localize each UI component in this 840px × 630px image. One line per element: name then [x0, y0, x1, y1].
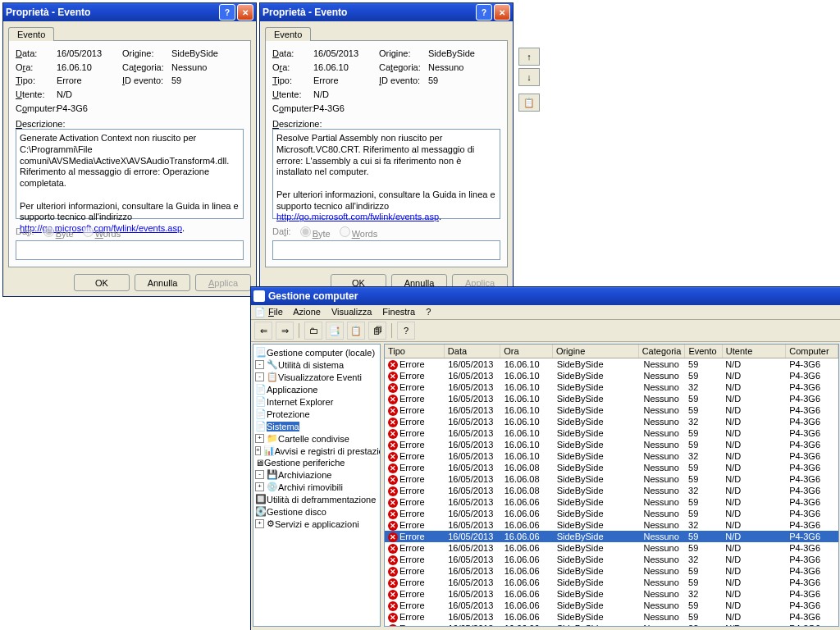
copy-button[interactable]: 📋 — [518, 94, 540, 112]
table-row[interactable]: ✕Errore16/05/201316.06.06SideBySideNessu… — [385, 496, 838, 508]
table-row[interactable]: ✕Errore16/05/201316.06.10SideBySideNessu… — [385, 358, 838, 370]
table-row[interactable]: ✕Errore16/05/201316.06.06SideBySideNessu… — [385, 542, 838, 554]
titlebar[interactable]: Proprietà - Evento ? ✕ — [3, 3, 256, 21]
tree-disco[interactable]: 💽 Gestione disco — [255, 505, 378, 518]
menubar: 📄 File Azione Visualizza Finestra ? — [251, 305, 840, 320]
tree-defrag[interactable]: 🔲 Utilità di deframmentazione — [255, 493, 378, 505]
help-button[interactable]: ? — [219, 4, 235, 21]
ora-label: Ora: — [272, 62, 313, 72]
tree-periferiche[interactable]: 🖥 Gestione periferiche — [255, 457, 378, 468]
tree-cartelle[interactable]: +📁 Cartelle condivise — [255, 432, 378, 445]
annulla-button[interactable]: Annulla — [135, 274, 190, 291]
col-tipo[interactable]: Tipo — [385, 345, 445, 358]
table-row[interactable]: ✕Errore16/05/201316.06.10SideBySideNessu… — [385, 450, 838, 462]
col-computer[interactable]: Computer — [786, 345, 838, 358]
computer-value: P4-3G6 — [313, 103, 494, 113]
descrizione-text[interactable]: Generate Activation Context non riuscito… — [16, 129, 244, 219]
utente-label: Utente: — [272, 89, 313, 99]
col-evento[interactable]: Evento — [685, 345, 722, 358]
event-list[interactable]: Tipo Data Ora Origine Categoria Evento U… — [384, 344, 839, 627]
table-row[interactable]: ✕Errore16/05/201316.06.06SideBySideNessu… — [385, 588, 838, 600]
categoria-label: Categoria: — [122, 62, 171, 72]
table-row[interactable]: ✕Errore16/05/201316.06.06SideBySideNessu… — [385, 554, 838, 565]
help-link[interactable]: http://go.microsoft.com/fwlink/events.as… — [276, 212, 439, 221]
table-row[interactable]: ✕Errore16/05/201316.06.06SideBySideNessu… — [385, 611, 838, 623]
menu-visualizza[interactable]: Visualizza — [331, 307, 372, 317]
table-row[interactable]: ✕Errore16/05/201316.06.10SideBySideNessu… — [385, 370, 838, 381]
computer-label: Computer: — [16, 103, 57, 113]
table-row[interactable]: ✕Errore16/05/201316.06.06SideBySideNessu… — [385, 623, 838, 627]
tab-evento[interactable]: Evento — [265, 27, 311, 41]
tree-ie[interactable]: 📄 Internet Explorer — [255, 395, 378, 408]
col-origine[interactable]: Origine — [553, 345, 639, 358]
table-row[interactable]: ✕Errore16/05/201316.06.10SideBySideNessu… — [385, 439, 838, 450]
tree-view[interactable]: 📃 Gestione computer (locale) -🔧 Utilità … — [253, 344, 381, 627]
tree-servizi[interactable]: +⚙ Servizi e applicazioni — [255, 518, 378, 530]
up-button[interactable]: 🗀 — [304, 322, 322, 340]
table-row[interactable]: ✕Errore16/05/201316.06.06SideBySideNessu… — [385, 519, 838, 531]
table-row[interactable]: ✕Errore16/05/201316.06.06SideBySideNessu… — [385, 600, 838, 611]
descrizione-text[interactable]: Resolve Partial Assembly non riuscito pe… — [272, 129, 500, 219]
ok-button[interactable]: OK — [74, 274, 130, 291]
prev-event-button[interactable]: ↑ — [518, 48, 540, 66]
next-event-button[interactable]: ↓ — [518, 68, 540, 86]
categoria-label: Categoria: — [379, 62, 428, 72]
data-value: 16/05/2013 — [57, 48, 122, 58]
error-icon: ✕ — [388, 601, 398, 611]
refresh-button[interactable]: 📋 — [347, 322, 365, 340]
help-toolbar-button[interactable]: ? — [397, 322, 415, 340]
properties-button[interactable]: 📑 — [326, 322, 344, 340]
menu-file[interactable]: 📄 File — [254, 307, 283, 317]
app-icon — [253, 290, 265, 302]
tree-applicazione[interactable]: 📄 Applicazione — [255, 383, 378, 395]
error-icon: ✕ — [388, 383, 398, 393]
close-button[interactable]: ✕ — [494, 4, 510, 21]
menu-azione[interactable]: Azione — [293, 307, 321, 317]
table-row[interactable]: ✕Errore16/05/201316.06.10SideBySideNessu… — [385, 427, 838, 439]
titlebar[interactable]: Gestione computer — [251, 287, 840, 305]
col-utente[interactable]: Utente — [723, 345, 786, 358]
table-row[interactable]: ✕Errore16/05/201316.06.10SideBySideNessu… — [385, 404, 838, 416]
tree-sistema[interactable]: 📄 Sistema — [255, 420, 378, 432]
table-row[interactable]: ✕Errore16/05/201316.06.10SideBySideNessu… — [385, 416, 838, 427]
byte-radio[interactable]: Byte — [39, 224, 74, 239]
tree-visualizzatore[interactable]: -📋 Visualizzatore Eventi — [255, 371, 378, 383]
table-row[interactable]: ✕Errore16/05/201316.06.08SideBySideNessu… — [385, 473, 838, 485]
tab-evento[interactable]: Evento — [8, 27, 54, 41]
help-button[interactable]: ? — [476, 4, 492, 21]
tree-root[interactable]: 📃 Gestione computer (locale) — [255, 346, 378, 358]
close-button[interactable]: ✕ — [237, 4, 253, 21]
col-data[interactable]: Data — [445, 345, 500, 358]
table-row[interactable]: ✕Errore16/05/201316.06.06SideBySideNessu… — [385, 565, 838, 577]
table-row[interactable]: ✕Errore16/05/201316.06.06SideBySideNessu… — [385, 508, 838, 519]
event-properties-dialog-2: Proprietà - Evento ? ✕ Evento Data:16/05… — [259, 2, 514, 297]
table-row[interactable]: ✕Errore16/05/201316.06.06SideBySideNessu… — [385, 531, 838, 542]
byte-radio[interactable]: Byte — [296, 224, 331, 239]
categoria-value: Nessuno — [171, 62, 237, 72]
words-radio[interactable]: Words — [336, 224, 378, 239]
table-row[interactable]: ✕Errore16/05/201316.06.08SideBySideNessu… — [385, 462, 838, 473]
tipo-label: Tipo: — [272, 75, 313, 85]
titlebar[interactable]: Proprietà - Evento ? ✕ — [260, 3, 513, 21]
idevento-value: 59 — [171, 75, 237, 85]
col-ora[interactable]: Ora — [500, 345, 553, 358]
back-button[interactable]: ⇐ — [254, 322, 272, 340]
tree-utilita[interactable]: -🔧 Utilità di sistema — [255, 358, 378, 371]
origine-label: Origine: — [122, 48, 171, 58]
dati-label: Dati: — [16, 226, 34, 236]
menu-finestra[interactable]: Finestra — [382, 307, 415, 317]
export-button[interactable]: 🗐 — [368, 322, 386, 340]
table-row[interactable]: ✕Errore16/05/201316.06.10SideBySideNessu… — [385, 393, 838, 404]
tree-rimovibili[interactable]: +💿 Archivi rimovibili — [255, 481, 378, 493]
tree-avvisi[interactable]: +📊 Avvisi e registri di prestazioni — [255, 445, 378, 457]
table-row[interactable]: ✕Errore16/05/201316.06.08SideBySideNessu… — [385, 485, 838, 496]
tree-archiviazione[interactable]: -💾 Archiviazione — [255, 468, 378, 481]
words-radio[interactable]: Words — [79, 224, 121, 239]
menu-help[interactable]: ? — [426, 307, 431, 317]
table-row[interactable]: ✕Errore16/05/201316.06.06SideBySideNessu… — [385, 577, 838, 588]
table-row[interactable]: ✕Errore16/05/201316.06.10SideBySideNessu… — [385, 381, 838, 393]
col-categoria[interactable]: Categoria — [639, 345, 686, 358]
forward-button[interactable]: ⇒ — [276, 322, 294, 340]
tree-protezione[interactable]: 📄 Protezione — [255, 408, 378, 420]
error-icon: ✕ — [388, 498, 398, 508]
